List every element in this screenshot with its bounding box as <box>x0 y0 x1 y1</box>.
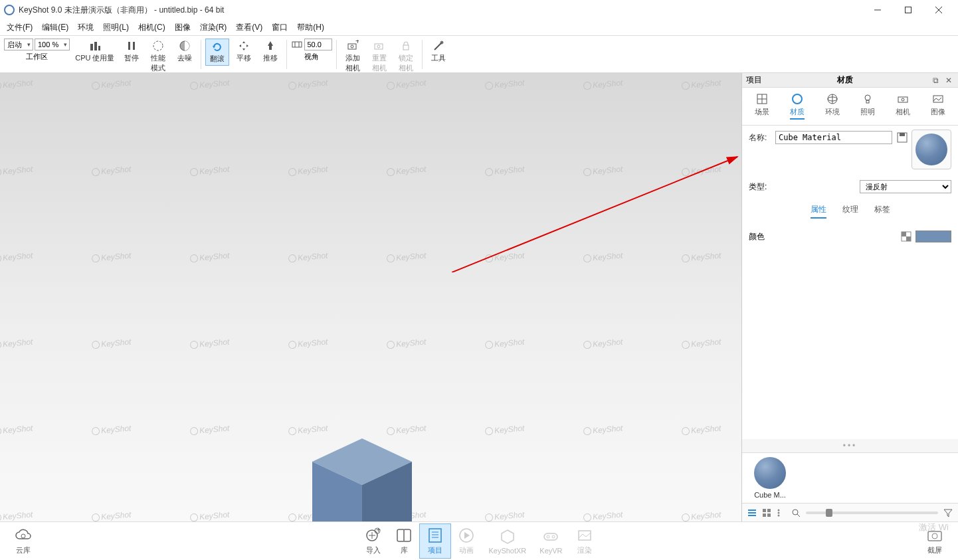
lock-camera-button[interactable]: 锁定 相机 <box>394 39 418 74</box>
subtab-properties[interactable]: 属性 <box>811 204 826 219</box>
color-swatch[interactable] <box>915 231 951 242</box>
menu-camera[interactable]: 相机(C) <box>136 21 168 35</box>
svg-marker-71 <box>464 532 470 539</box>
svg-text:+: + <box>376 527 381 535</box>
dolly-button[interactable]: 推移 <box>258 39 282 64</box>
tab-camera[interactable]: 相机 <box>892 92 914 121</box>
menu-window[interactable]: 窗口 <box>269 21 290 35</box>
svg-point-78 <box>932 533 937 539</box>
import-button[interactable]: + 导入 <box>358 524 389 558</box>
svg-point-60 <box>21 534 25 538</box>
menu-edit[interactable]: 编辑(E) <box>39 21 71 35</box>
svg-marker-12 <box>213 46 215 48</box>
pan-button[interactable]: 平移 <box>232 39 256 64</box>
bottombar: 云库 + 导入 库 项目 动画 KeyShotXR KeyVR 渲染 截屏 <box>0 521 958 560</box>
zoom-slider[interactable] <box>806 512 938 514</box>
svg-point-74 <box>547 535 549 538</box>
svg-point-40 <box>902 98 904 101</box>
zoom-combo[interactable]: 100 % <box>35 39 70 50</box>
zoom-icon <box>791 508 801 517</box>
svg-point-57 <box>793 510 798 515</box>
svg-rect-73 <box>544 533 557 540</box>
project-button[interactable]: 项目 <box>419 523 451 559</box>
menu-env[interactable]: 环境 <box>75 21 96 35</box>
color-label: 颜色 <box>749 231 765 242</box>
filter-icon[interactable] <box>943 508 953 517</box>
svg-rect-50 <box>763 509 766 512</box>
material-browser: Cube M... <box>742 452 958 503</box>
reset-camera-button[interactable]: 重置 相机 <box>367 39 391 74</box>
tab-lighting[interactable]: 照明 <box>856 92 879 121</box>
svg-rect-15 <box>292 42 302 47</box>
panel-popout-icon[interactable]: ⧉ <box>930 75 941 86</box>
svg-marker-72 <box>502 530 514 543</box>
tools-button[interactable]: 工具 <box>427 39 450 64</box>
save-icon[interactable] <box>896 132 908 143</box>
svg-rect-7 <box>128 42 130 50</box>
menu-light[interactable]: 照明(L) <box>100 21 132 35</box>
window-controls <box>862 0 954 20</box>
svg-rect-53 <box>767 513 771 517</box>
cpu-usage-button[interactable]: CPU 使用量 <box>72 39 117 64</box>
svg-point-9 <box>153 41 163 50</box>
viewport[interactable]: document.write(Array.from({length:6}).ma… <box>0 73 741 521</box>
tumble-button[interactable]: 翻滚 <box>205 39 229 66</box>
panel-tabs: 场景 材质 环境 照明 相机 图像 <box>742 88 958 126</box>
animation-button[interactable]: 动画 <box>451 524 482 558</box>
svg-rect-23 <box>403 45 409 50</box>
material-thumb[interactable]: Cube M... <box>746 457 794 499</box>
denoise-button[interactable]: 去噪 <box>173 39 197 64</box>
svg-point-37 <box>865 95 870 100</box>
svg-rect-6 <box>98 46 100 50</box>
material-preview[interactable] <box>911 130 951 169</box>
toolbar-separator <box>201 40 201 69</box>
render-button[interactable]: 渲染 <box>569 524 600 558</box>
tab-image[interactable]: 图像 <box>927 92 949 121</box>
svg-marker-13 <box>268 41 273 46</box>
menu-file[interactable]: 文件(F) <box>4 21 35 35</box>
view-list-icon[interactable] <box>747 508 757 517</box>
menu-render[interactable]: 渲染(R) <box>197 21 230 35</box>
menu-view[interactable]: 查看(V) <box>233 21 265 35</box>
fov-input[interactable]: 50.0 <box>304 39 332 50</box>
svg-rect-21 <box>375 44 383 49</box>
startup-combo[interactable]: 启动 <box>4 39 33 50</box>
minimize-button[interactable] <box>862 0 893 20</box>
svg-point-56 <box>778 514 780 516</box>
menu-help[interactable]: 帮助(H) <box>294 21 327 35</box>
performance-button[interactable]: 性能 模式 <box>146 39 170 74</box>
panel-header: 项目 材质 ⧉ ✕ <box>742 73 958 88</box>
keyshotxr-button[interactable]: KeyShotXR <box>482 525 533 557</box>
add-camera-button[interactable]: + 添加 相机 <box>341 39 365 74</box>
svg-rect-43 <box>900 133 905 136</box>
tab-environment[interactable]: 环境 <box>821 92 844 121</box>
svg-rect-38 <box>866 100 869 103</box>
subtab-label[interactable]: 标签 <box>874 204 890 219</box>
view-detail-icon[interactable] <box>777 508 786 517</box>
material-subtabs: 属性 纹理 标签 <box>749 204 951 219</box>
pause-button[interactable]: 暂停 <box>120 39 144 64</box>
panel-footer <box>742 503 958 521</box>
close-button[interactable] <box>923 0 954 20</box>
keyvr-button[interactable]: KeyVR <box>533 525 569 557</box>
material-name-input[interactable] <box>775 131 892 144</box>
maximize-button[interactable] <box>893 0 923 20</box>
fov-icon <box>291 39 303 50</box>
texture-icon[interactable] <box>901 231 911 242</box>
panel-close-icon[interactable]: ✕ <box>943 75 954 86</box>
svg-rect-1 <box>906 7 911 13</box>
tab-scene[interactable]: 场景 <box>751 92 773 121</box>
app-icon <box>4 5 15 15</box>
view-grid-icon[interactable] <box>762 508 771 517</box>
svg-point-22 <box>377 45 380 48</box>
menu-image[interactable]: 图像 <box>172 21 193 35</box>
tab-material[interactable]: 材质 <box>786 92 809 121</box>
material-type-select[interactable]: 漫反射 <box>860 180 951 193</box>
panel-resize-grip[interactable]: ••• <box>742 439 958 452</box>
library-button[interactable]: 库 <box>389 524 419 558</box>
cloud-library-button[interactable]: 云库 <box>8 524 39 558</box>
type-label: 类型: <box>749 181 767 193</box>
subtab-texture[interactable]: 纹理 <box>842 204 858 219</box>
project-panel: 项目 材质 ⧉ ✕ 场景 材质 环境 照明 相机 图像 名称: 类型: 漫反射 <box>741 73 958 521</box>
cube-model[interactable] <box>306 432 419 521</box>
